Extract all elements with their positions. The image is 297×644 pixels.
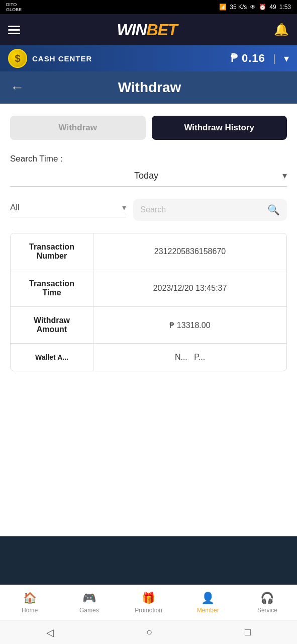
bottom-navigation: 🏠 Home 🎮 Games 🎁 Promotion 👤 Member 🎧 Se…	[0, 585, 297, 620]
system-back[interactable]: ◁	[46, 626, 54, 638]
status-right: 📶 35 K/s 👁 ⏰ 49 1:53	[219, 4, 291, 11]
main-content: Withdraw Withdraw History Search Time : …	[0, 104, 297, 536]
filter-value: All	[10, 203, 122, 213]
nav-service[interactable]: 🎧 Service	[238, 585, 297, 620]
filter-row: All ▾ Search 🔍	[10, 199, 287, 221]
system-home[interactable]: ○	[146, 626, 152, 638]
table-row: TransactionTime 2023/12/20 13:45:37	[11, 270, 286, 307]
nav-promotion[interactable]: 🎁 Promotion	[119, 585, 178, 620]
status-bar: DITO GLOBE 📶 35 K/s 👁 ⏰ 49 1:53	[0, 0, 297, 14]
time-display: 1:53	[279, 4, 291, 11]
system-navigation: ◁ ○ □	[0, 620, 297, 644]
battery-level: 49	[269, 4, 276, 11]
filter-dropdown[interactable]: All ▾	[10, 203, 126, 217]
carrier-globe: GLOBE	[6, 7, 22, 12]
nav-home[interactable]: 🏠 Home	[0, 585, 59, 620]
system-recent[interactable]: □	[245, 626, 251, 638]
tab-withdraw-history[interactable]: Withdraw History	[152, 116, 287, 140]
service-icon: 🎧	[260, 592, 274, 605]
wallet-label: Wallet A...	[11, 344, 93, 371]
logo-win: WIN	[117, 21, 146, 39]
balance-amount: 0.16	[242, 52, 265, 64]
alarm-icon: ⏰	[259, 4, 266, 11]
hamburger-menu[interactable]	[8, 26, 20, 34]
transaction-number-value: 2312205836158670	[93, 233, 286, 270]
notification-bell[interactable]: 🔔	[274, 23, 289, 37]
wallet-value: N... P...	[93, 344, 286, 371]
table-row: TransactionNumber 2312205836158670	[11, 233, 286, 270]
page-title: Withdraw	[32, 79, 267, 96]
time-dropdown-arrow: ▾	[282, 170, 287, 181]
cash-coin-icon: $	[8, 49, 27, 68]
carrier-dito: DITO	[6, 2, 22, 7]
search-time-label: Search Time :	[10, 154, 287, 164]
table-row: Wallet A... N... P...	[11, 344, 286, 371]
nav-home-label: Home	[22, 607, 38, 614]
cash-divider: |	[273, 53, 276, 64]
carrier-info: DITO GLOBE	[6, 2, 22, 12]
tab-withdraw[interactable]: Withdraw	[10, 116, 146, 140]
logo-bet: BET	[147, 21, 177, 39]
signal-icon: 📶	[219, 4, 227, 11]
nav-service-label: Service	[257, 607, 277, 614]
back-button[interactable]: ←	[10, 79, 24, 96]
cash-balance-display: ₱ 0.16	[231, 52, 265, 65]
app-header: WINBET 🔔	[0, 14, 297, 45]
nav-member[interactable]: 👤 Member	[178, 585, 238, 620]
transaction-table: TransactionNumber 2312205836158670 Trans…	[10, 233, 287, 371]
cash-center-label: CASH CENTER	[32, 54, 226, 63]
nav-games[interactable]: 🎮 Games	[59, 585, 119, 620]
nav-promotion-label: Promotion	[135, 607, 162, 614]
eye-icon: 👁	[250, 4, 256, 11]
search-placeholder: Search	[140, 205, 263, 214]
filter-arrow: ▾	[122, 203, 126, 212]
search-icon: 🔍	[267, 204, 280, 216]
nav-games-label: Games	[79, 607, 99, 614]
member-icon: 👤	[201, 592, 215, 605]
currency-symbol: ₱	[231, 52, 238, 64]
withdraw-amount-label: WithdrawAmount	[11, 307, 93, 343]
home-icon: 🏠	[23, 592, 37, 605]
promotion-icon: 🎁	[142, 592, 155, 605]
transaction-time-label: TransactionTime	[11, 270, 93, 306]
tab-row: Withdraw Withdraw History	[10, 116, 287, 140]
cash-center-bar: $ CASH CENTER ₱ 0.16 | ▾	[0, 45, 297, 71]
table-row: WithdrawAmount ₱ 13318.00	[11, 307, 286, 344]
transaction-time-value: 2023/12/20 13:45:37	[93, 270, 286, 306]
cash-dropdown-arrow[interactable]: ▾	[284, 52, 289, 64]
nav-member-label: Member	[197, 607, 219, 614]
time-dropdown[interactable]: Today ▾	[10, 170, 287, 187]
time-dropdown-value: Today	[10, 171, 282, 181]
app-logo: WINBET	[117, 21, 177, 39]
speed-indicator: 35 K/s	[230, 4, 247, 11]
page-header: ← Withdraw	[0, 71, 297, 104]
games-icon: 🎮	[82, 592, 96, 605]
transaction-number-label: TransactionNumber	[11, 233, 93, 270]
search-box[interactable]: Search 🔍	[133, 199, 287, 221]
withdraw-amount-value: ₱ 13318.00	[93, 307, 286, 343]
